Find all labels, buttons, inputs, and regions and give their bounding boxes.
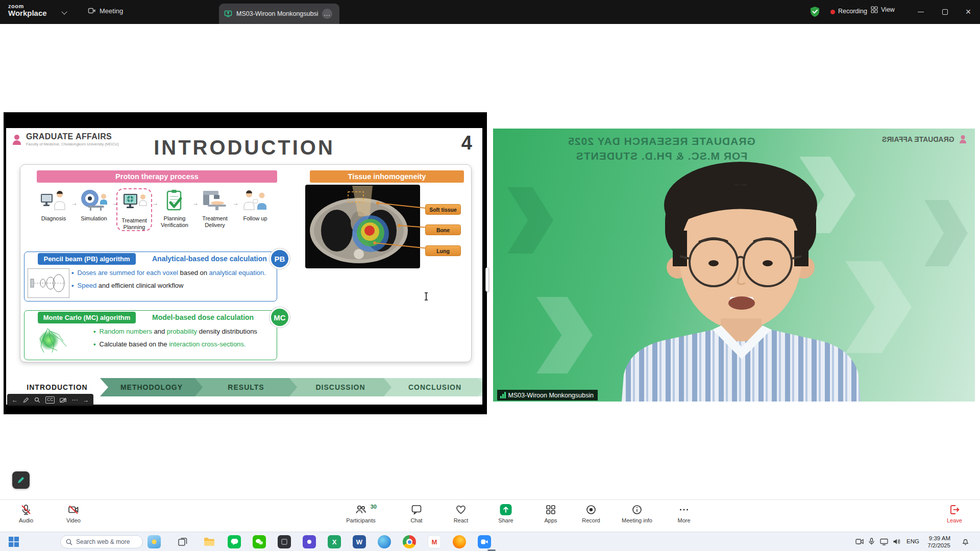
audio-button[interactable]: Audio — [3, 504, 49, 523]
word-icon[interactable]: W — [353, 535, 366, 548]
tissue-label-bone: Bone — [425, 224, 461, 235]
view-button[interactable]: View — [871, 6, 895, 13]
mc-badge: MC — [270, 307, 290, 328]
clock-date: 7/2/2025 — [919, 542, 950, 549]
zoom-app-icon[interactable] — [478, 535, 491, 548]
start-button[interactable] — [8, 536, 19, 547]
slide-title: INTRODUCTION — [6, 136, 482, 159]
participants-label: Participants — [346, 517, 375, 523]
file-explorer-icon[interactable] — [203, 535, 216, 548]
minimize-button[interactable] — [909, 0, 933, 24]
leave-label: Leave — [947, 517, 962, 523]
task-view-icon[interactable] — [176, 535, 189, 548]
chrome-icon[interactable] — [403, 535, 416, 548]
titlebar: zoom Workplace Meeting MS03-Wiroon Monko… — [0, 0, 980, 24]
proton-process-steps: Diagnosis → Simulation → — [36, 188, 274, 231]
apps-button[interactable]: Apps — [528, 504, 574, 523]
share-screen-icon — [499, 504, 512, 516]
tray-mic-icon[interactable] — [868, 538, 875, 545]
nav-tab-results: RESULTS — [195, 378, 297, 396]
process-arrow-icon: → — [112, 199, 116, 207]
closed-captions-icon: CC — [45, 396, 55, 403]
language-indicator[interactable]: ENG — [906, 538, 919, 544]
tray-display-icon[interactable] — [880, 538, 888, 545]
meeting-info-button[interactable]: Meeting info — [614, 504, 660, 523]
react-button[interactable]: React — [438, 504, 484, 523]
record-button[interactable]: Record — [568, 504, 614, 523]
participants-icon — [355, 504, 367, 516]
firefox-icon[interactable] — [453, 535, 466, 548]
record-icon — [585, 504, 597, 516]
step-label: Simulation — [76, 215, 112, 222]
video-button[interactable]: Video — [51, 504, 96, 523]
excel-icon[interactable]: X — [328, 535, 341, 548]
app-icon-dark[interactable] — [278, 535, 291, 548]
taskbar-clock[interactable]: 9:39 AM 7/2/2025 — [919, 535, 950, 549]
proton-process-banner: Proton therapy process — [37, 170, 277, 183]
workspace-dropdown-caret-icon[interactable] — [61, 9, 67, 14]
mc-label: Monte Carlo (MC) algorithm — [38, 312, 136, 323]
more-button[interactable]: More — [661, 504, 707, 523]
taskbar-search[interactable]: Search web & more — [60, 535, 143, 548]
wechat-icon[interactable] — [253, 535, 266, 548]
annotate-button[interactable] — [12, 471, 30, 489]
panel-drag-handle[interactable] — [485, 267, 489, 292]
tray-camera-icon[interactable] — [855, 538, 864, 545]
zoom-meeting-window: zoom Workplace Meeting MS03-Wiroon Monko… — [0, 0, 980, 551]
windows-taskbar: Search web & more X W M — [0, 532, 980, 551]
search-icon — [66, 539, 72, 545]
share-button[interactable]: Share — [483, 504, 529, 523]
record-label: Record — [582, 517, 600, 523]
maximize-icon — [942, 9, 948, 15]
ct-scan-image — [305, 185, 422, 270]
maximize-button[interactable] — [933, 0, 957, 24]
participant-video-tile[interactable]: GRADUATE RESEARCH DAY 2025 FOR M.SC. & P… — [493, 129, 975, 402]
tab-more-options-icon[interactable]: ... — [322, 9, 332, 19]
participants-count: 30 — [371, 504, 377, 510]
pb-subtitle: Analytical-based dose calculation — [152, 255, 267, 263]
magnifier-icon — [34, 397, 40, 403]
participants-button[interactable]: Participants 30 — [338, 504, 384, 523]
step-label: Follow up — [237, 215, 273, 222]
camera-off-icon — [67, 504, 80, 516]
tissue-banner: Tissue inhomogeneity — [310, 170, 464, 183]
close-button[interactable]: × — [957, 0, 980, 24]
logo-line-2: Workplace — [8, 9, 47, 18]
more-label: More — [677, 517, 690, 523]
minimize-icon — [918, 12, 924, 13]
participant-name-label: MS03-Wiroon Monkongsubsin — [497, 390, 598, 400]
notification-bell-icon[interactable] — [962, 538, 969, 545]
pencil-beam-diagram — [28, 268, 69, 298]
treatment-delivery-icon — [201, 188, 229, 214]
meeting-controls-toolbar: Audio Video Participants 30 Chat — [0, 499, 980, 532]
meeting-tab-label: Meeting — [100, 7, 123, 15]
tab-meeting[interactable]: Meeting — [88, 7, 123, 15]
share-label: Share — [498, 517, 513, 523]
security-shield-icon[interactable] — [810, 6, 820, 17]
apps-icon — [545, 504, 557, 516]
more-icon — [678, 504, 690, 516]
camera-off-icon — [60, 397, 66, 403]
chat-button[interactable]: Chat — [394, 504, 439, 523]
pb-bullet-1: •Doses are summed for each voxel based o… — [71, 269, 266, 277]
pb-badge: PB — [270, 248, 290, 269]
shared-tab-title: MS03-Wiroon Monkongsubsin's s — [236, 10, 318, 17]
chat-label: Chat — [410, 517, 422, 523]
app-icon-purple[interactable] — [303, 535, 316, 548]
mc-subtitle: Model-based dose calculation — [152, 313, 254, 321]
pen-icon — [23, 397, 29, 403]
edge-icon[interactable] — [378, 535, 391, 548]
tab-shared-screen[interactable]: MS03-Wiroon Monkongsubsin's s ... — [219, 4, 339, 24]
step-treatment-planning: Treatment Planning — [116, 188, 152, 231]
gmail-icon[interactable]: M — [428, 535, 441, 548]
step-label: Diagnosis — [36, 215, 71, 222]
nav-tab-discussion: DISCUSSION — [289, 378, 391, 396]
widgets-icon[interactable] — [148, 535, 161, 548]
presenter-toolbar: ← CC ⋯ → — [7, 394, 93, 406]
previous-slide-icon: ← — [12, 396, 18, 404]
tray-volume-icon[interactable] — [893, 538, 900, 545]
step-treatment-delivery: Treatment Delivery — [197, 188, 233, 228]
leave-button[interactable]: Leave — [932, 504, 977, 523]
step-follow-up: Follow up — [237, 188, 273, 222]
line-app-icon[interactable] — [228, 535, 241, 548]
